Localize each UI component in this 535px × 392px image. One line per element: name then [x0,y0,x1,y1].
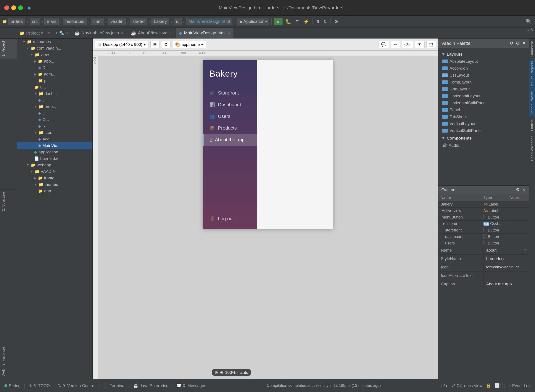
palette-item-audio[interactable]: 🔊 Audio [441,142,527,149]
tree-item-themes[interactable]: ▼ 📁 themes [17,181,92,188]
profile-button[interactable]: ⚡ [302,18,310,25]
tree-item-u[interactable]: 📁 u... [17,84,92,90]
tab-vaadin-palette[interactable]: Vaadin Palette [529,89,535,117]
tree-item-d3[interactable]: ◆ D... [17,110,92,116]
breadcrumb-com[interactable]: com [91,18,104,25]
palette-item-gridlayout[interactable]: GridLayout [441,86,527,93]
tree-item-resources[interactable]: ▼ 📁 resources [17,38,92,45]
zoom-out-icon[interactable]: ⊖ [215,370,218,375]
tab-controls[interactable]: ↺ ↓ ✦ 🔩 ⚙ [45,28,71,38]
palette-item-verticalsplit[interactable]: VerticalSplitPanel [441,127,527,134]
design-canvas[interactable]: Bakery 🛒 Storefront 📊 Dashboard 👥 [98,56,438,379]
breadcrumb-ui[interactable]: ui [174,18,182,25]
web-tab[interactable]: Web [0,368,17,379]
tab-navigable-view[interactable]: ☕ NavigableView.java ✕ [71,28,127,38]
minimize-button[interactable] [11,5,16,10]
tree-item-com-vaadin[interactable]: ▼ 📁 com.vaadin... [17,45,92,51]
status-java-enterprise[interactable]: ☕ Java Enterprise [133,383,168,388]
status-spring[interactable]: Spring [4,383,21,388]
palette-item-panel[interactable]: Panel [441,107,527,113]
outline-row-menu[interactable]: ▼ menu css CssL... [438,221,529,227]
palette-item-absolute[interactable]: AbsoluteLayout [441,58,527,65]
tree-item-view[interactable]: ▼ 📁 view [17,51,92,58]
external-button[interactable]: ⬚ [426,41,436,48]
gear-icon[interactable]: ⚙ [333,18,340,25]
sidebar-label-structure[interactable]: 2: Structure [0,190,17,213]
outline-row-dashboard[interactable]: dashboard □ Button [438,234,529,240]
prop-edit-icon[interactable]: ≡ [524,248,526,252]
vcs2-button[interactable]: ⇅ [322,18,328,25]
outline-row-active-view[interactable]: Active view Aa Label [438,208,529,214]
tree-item-acc[interactable]: ◆ Acc... [17,136,92,142]
nav-logout[interactable]: 🚪 Log out [203,213,257,224]
tab-close-main[interactable]: ✕ [227,31,230,35]
breadcrumb-bakery[interactable]: bakery [151,18,169,25]
edit-button[interactable]: ✏ [391,41,400,48]
tab-close-about[interactable]: ✕ [169,31,172,35]
project-tab[interactable]: 📁 Project ▾ [17,28,45,38]
device-selector[interactable]: 🖥 Desktop (1440 x 900) ▾ [95,41,149,48]
zoom-in-icon[interactable]: ⊕ [220,370,223,375]
prop-value-icon[interactable]: fonticon://Vaadin-Ico... [484,263,529,271]
prop-value-name[interactable]: about ≡ [484,246,529,254]
preview-button[interactable]: 👁 [415,41,425,48]
search-icon[interactable]: 🔍 [524,18,533,25]
status-terminal[interactable]: ⬛ Terminal [103,383,125,388]
nav-products[interactable]: 📦 Products [203,122,257,134]
components-arrow[interactable]: ▼ [441,136,446,141]
close-panel-icon[interactable]: ✕ [522,41,526,46]
palette-item-tabsheet[interactable]: TabSheet [441,113,527,120]
vcs-button[interactable]: ⇅ [315,18,321,25]
palette-item-csslayout[interactable]: CssLayout [441,72,527,79]
layouts-arrow[interactable]: ▼ [441,52,446,57]
prop-value-iconalt[interactable] [484,271,529,280]
theme-selector[interactable]: 🎨 apptheme ▾ [172,41,206,48]
tree-item-banner[interactable]: 📄 banner.txt [17,155,92,162]
tree-item-orde[interactable]: ▼ 📁 orde... [17,103,92,110]
tree-item-p[interactable]: 📁 p... [17,77,92,84]
tree-item-dash[interactable]: ▼ 📁 dash... [17,90,92,97]
maximize-button[interactable] [18,5,23,10]
tab-close-navigable[interactable]: ✕ [121,31,124,35]
breadcrumb-file[interactable]: MainViewDesign.html [186,18,232,25]
application-dropdown[interactable]: ◆ Application ▾ [237,18,269,25]
breadcrumb-vaadin[interactable]: vaadin [108,18,126,25]
outline-expand-arrow[interactable]: ▼ [442,222,446,226]
code-button[interactable]: </> [402,41,413,48]
outline-row-storefront[interactable]: storefront □ Button [438,227,529,234]
palette-item-horizontallayout[interactable]: HorizontalLayout [441,93,527,99]
settings-toggle[interactable]: ⚙ [161,41,171,48]
tree-item-stor[interactable]: ▼ 📁 stor... [17,129,92,136]
sidebar-label-project[interactable]: 1: Project [0,38,17,59]
debug-button[interactable]: 🐛 [284,18,292,25]
tree-item-frontend[interactable]: ▶ 📁 fronte... [17,175,92,181]
tab-maven[interactable]: Maven Projects [529,59,535,89]
tab-mainview-design[interactable]: ◆ MainViewDesign.html ✕ [175,28,234,38]
outline-row-bakery[interactable]: Bakery Aa Label [438,201,529,208]
status-vcs[interactable]: ⇅ 9: Version Control [58,383,95,388]
status-todo[interactable]: ⚠ 6: TODO [28,383,50,388]
nav-users[interactable]: 👥 Users [203,111,257,122]
close-button[interactable] [4,5,9,10]
status-messages[interactable]: 💬 0: Messages [176,383,206,388]
breadcrumb-main[interactable]: main [44,18,58,25]
palette-item-formlayout[interactable]: FormLayout [441,79,527,86]
outline-close-icon[interactable]: ✕ [522,187,526,192]
run-button[interactable]: ▶ [274,18,283,25]
outline-settings-icon[interactable]: ⚙ [516,187,520,192]
prop-value-caption[interactable]: About the app [484,280,529,288]
tree-item-r[interactable]: ◆ R... [17,123,92,129]
grid-toggle[interactable]: ⊞ [150,41,160,48]
tab-outline-side[interactable]: Outline [529,117,535,133]
palette-item-accordion[interactable]: Accordion [441,65,527,72]
outline-row-menubutton[interactable]: menuButton □ Button [438,214,529,221]
nav-storefront[interactable]: 🛒 Storefront [203,87,257,99]
nav-about[interactable]: ℹ About the app [203,134,257,146]
tree-item-mainview[interactable]: ◆ MainVie... [17,142,92,149]
settings-icon3[interactable]: ⚙ [516,41,520,46]
tree-item-application[interactable]: ◆ application... [17,149,92,155]
tab-bean-validation[interactable]: Bean Validation [529,133,535,163]
event-log[interactable]: ○ Event Log [508,383,531,388]
breadcrumb-orders[interactable]: orders [8,18,25,25]
tree-item-d1[interactable]: ◆ D... [17,65,92,71]
